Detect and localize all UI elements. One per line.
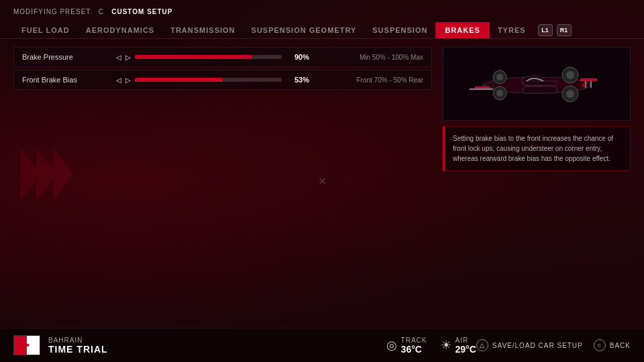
save-load-label: SAVE/LOAD CAR SETUP [492, 342, 583, 349]
main-content: MODIFYING PRESET C CUSTOM SETUP FUEL LOA… [0, 0, 644, 362]
preset-label: MODIFYING PRESET C CUSTOM SETUP [13, 8, 631, 15]
tab-tyres[interactable]: TYRES [490, 22, 534, 38]
header: MODIFYING PRESET C CUSTOM SETUP [0, 0, 644, 22]
tab-aerodynamics[interactable]: AERODYNAMICS [78, 22, 162, 38]
weather-area: ◎ TRACK 36°C ☀ AIR 29°C [386, 337, 476, 355]
svg-point-13 [566, 90, 574, 98]
brake-pressure-row: Brake Pressure ◁ ▷ 90% Min 50% - 100% Ma… [13, 47, 432, 67]
svg-rect-3 [580, 78, 597, 81]
preset-prefix-text: MODIFYING PRESET [13, 8, 91, 15]
track-temp-item: ◎ TRACK 36°C [386, 337, 427, 355]
triangle-icon: △ [476, 339, 488, 351]
tab-brakes[interactable]: BRAKES [435, 22, 489, 38]
track-temp: 36°C [401, 344, 427, 355]
sun-icon: ☀ [441, 338, 451, 353]
air-temp-item: ☀ AIR 29°C [441, 337, 476, 355]
svg-point-15 [566, 71, 574, 79]
brake-pressure-range: Min 50% - 100% Max [316, 54, 423, 61]
flag-emblem: ⚑ [14, 336, 40, 355]
car-silhouette [456, 57, 617, 111]
front-brake-bias-value: 53% [286, 76, 309, 84]
bahrain-flag: ⚑ [13, 335, 40, 355]
brake-pressure-decrease[interactable]: ◁ [116, 54, 121, 61]
svg-point-9 [496, 90, 503, 97]
save-load-button[interactable]: △ SAVE/LOAD CAR SETUP [476, 339, 583, 351]
svg-point-11 [496, 74, 503, 80]
air-info: AIR 29°C [455, 337, 476, 355]
settings-panel: Brake Pressure ◁ ▷ 90% Min 50% - 100% Ma… [13, 47, 432, 320]
brake-pressure-increase[interactable]: ▷ [125, 54, 131, 61]
svg-rect-17 [523, 81, 557, 85]
circle-icon: ○ [594, 339, 606, 351]
svg-rect-16 [523, 86, 557, 93]
country-name: BAHRAIN [48, 337, 108, 344]
flag-area: ⚑ BAHRAIN TIME TRIAL [13, 335, 386, 355]
preset-title: CUSTOM SETUP [111, 8, 172, 15]
session-type: TIME TRIAL [48, 344, 108, 355]
body-area: Brake Pressure ◁ ▷ 90% Min 50% - 100% Ma… [0, 39, 644, 328]
front-brake-bias-fill [135, 78, 223, 82]
front-brake-bias-increase[interactable]: ▷ [125, 76, 131, 84]
preset-code: C [99, 8, 104, 15]
tab-transmission[interactable]: TRANSMISSION [162, 22, 243, 38]
svg-point-18 [582, 83, 586, 87]
footer-actions: △ SAVE/LOAD CAR SETUP ○ BACK [476, 339, 631, 351]
front-brake-bias-row: Front Brake Bias ◁ ▷ 53% Front 70% - 50%… [13, 70, 432, 90]
air-temp: 29°C [455, 344, 476, 355]
brake-pressure-fill [135, 55, 252, 59]
svg-rect-7 [470, 88, 493, 90]
front-brake-bias-label: Front Brake Bias [22, 76, 109, 84]
r1-button[interactable]: R1 [557, 24, 572, 36]
info-panel: Setting brake bias to the front increase… [443, 47, 631, 320]
brake-pressure-label: Brake Pressure [22, 53, 109, 61]
track-icon: ◎ [386, 338, 397, 353]
brake-pressure-controls: ◁ ▷ 90% [116, 53, 309, 61]
air-label: AIR [455, 337, 476, 344]
tab-suspension-geometry[interactable]: SUSPENSION GEOMETRY [244, 22, 365, 38]
back-button[interactable]: ○ BACK [594, 339, 631, 351]
car-image [443, 47, 631, 121]
front-brake-bias-controls: ◁ ▷ 53% [116, 76, 309, 84]
l1-button[interactable]: L1 [538, 24, 553, 36]
front-brake-bias-range: Front 70% - 50% Rear [316, 76, 423, 84]
tab-fuel-load[interactable]: FUEL LOAD [13, 22, 78, 38]
track-label: TRACK [401, 337, 427, 344]
svg-rect-5 [590, 81, 592, 88]
front-brake-bias-decrease[interactable]: ◁ [116, 76, 121, 84]
info-description: Setting brake bias to the front increase… [443, 126, 631, 171]
brake-pressure-slider[interactable] [135, 55, 282, 59]
footer: ⚑ BAHRAIN TIME TRIAL ◎ TRACK 36°C ☀ AIR … [0, 328, 644, 362]
front-brake-bias-slider[interactable] [135, 78, 282, 82]
back-label: BACK [610, 342, 631, 349]
brake-pressure-value: 90% [286, 53, 309, 61]
nav-tabs: FUEL LOAD AERODYNAMICS TRANSMISSION SUSP… [0, 22, 644, 39]
svg-rect-6 [475, 86, 490, 88]
tab-suspension[interactable]: SUSPENSION [364, 22, 435, 38]
location-info: BAHRAIN TIME TRIAL [48, 337, 108, 355]
track-info: TRACK 36°C [401, 337, 427, 355]
